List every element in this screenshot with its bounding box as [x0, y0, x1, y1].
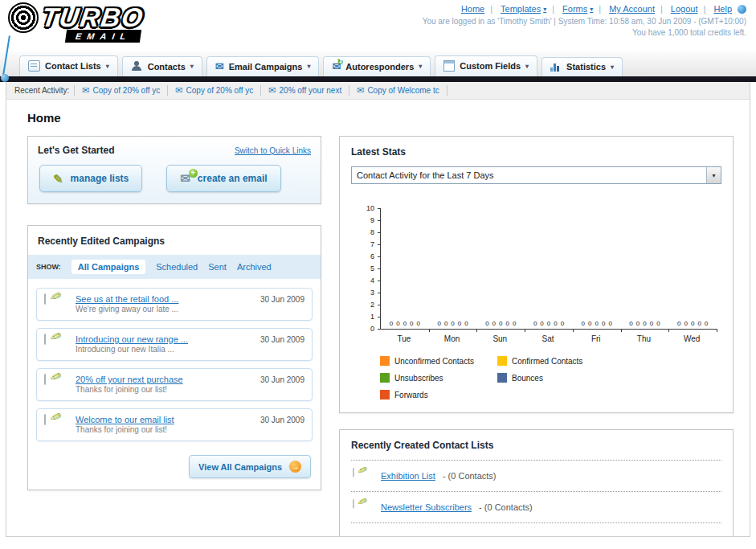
create-email-button[interactable]: ✉+ create an email	[166, 165, 280, 192]
campaign-title-link[interactable]: See us at the retail food ...	[76, 294, 253, 304]
bar-value-label: 0	[677, 320, 680, 327]
legend-label: Forwards	[394, 391, 428, 399]
x-axis-tick	[621, 329, 622, 332]
campaign-title-link[interactable]: Introducing our new range ...	[76, 334, 253, 344]
contact-list-count: - (0 Contacts)	[479, 502, 533, 512]
top-link-help[interactable]: Help	[698, 4, 732, 14]
get-started-title: Let's Get Started	[38, 145, 115, 156]
x-axis-tick	[476, 329, 477, 332]
chart-bar-group: 00000	[476, 320, 525, 329]
switch-quick-links-link[interactable]: Switch to Quick Links	[235, 146, 311, 155]
view-all-campaigns-label: View All Campaigns	[198, 462, 282, 472]
contact-list-link[interactable]: Exhibition List	[381, 471, 435, 481]
manage-lists-button[interactable]: ✎ manage lists	[39, 165, 142, 192]
bar-value-label: 0	[458, 320, 461, 327]
campaign-date: 30 Jun 2009	[260, 334, 304, 344]
x-axis-tick	[573, 329, 574, 332]
bar-value-label: 0	[602, 320, 605, 327]
tab-all-campaigns[interactable]: All Campaigns	[72, 260, 145, 274]
pencil-icon: ✎	[53, 173, 63, 185]
legend-item: Confirmed Contacts	[497, 356, 615, 366]
legend-swatch-unsubscribes	[380, 373, 390, 383]
recent-activity-item[interactable]: ✉20% off your next	[260, 85, 349, 96]
envelope-pencil-icon: ✎	[44, 334, 68, 352]
chart-bar-group: 00000	[621, 320, 669, 329]
campaign-subtitle: Thanks for joining our list!	[76, 385, 167, 394]
bar-value-label: 0	[403, 320, 407, 327]
nav-tab-statistics-label: Statistics	[566, 62, 606, 72]
app-logo: TURBO EMAIL	[8, 2, 144, 43]
top-link-forms[interactable]: Forms▾	[546, 4, 593, 14]
nav-tab-email-campaigns[interactable]: ✉ Email Campaigns ▾	[206, 56, 320, 76]
bar-value-label: 0	[595, 320, 599, 327]
legend-swatch-bounces	[497, 373, 507, 383]
x-axis-label: Sun	[476, 330, 524, 343]
bar-value-label: 0	[561, 320, 564, 327]
dropdown-selected-value: Contact Activity for the Last 7 Days	[352, 170, 706, 180]
campaign-date: 30 Jun 2009	[260, 375, 304, 384]
nav-divider-bar	[0, 76, 756, 82]
contact-lists-panel-title: Recently Created Contact Lists	[351, 440, 721, 451]
recent-activity-item[interactable]: ✉Copy of 20% off yc	[74, 85, 167, 96]
top-link-my-account[interactable]: My Account	[593, 4, 655, 14]
y-axis-tick-label: 10	[358, 204, 374, 212]
x-axis-tick	[668, 329, 669, 332]
campaign-title-link[interactable]: Welcome to our email list	[76, 415, 253, 424]
y-axis-tick-label: 4	[358, 277, 374, 285]
top-link-templates[interactable]: Templates▾	[484, 4, 546, 14]
page-title: Home	[27, 111, 734, 125]
y-axis-tick-label: 9	[358, 216, 374, 224]
nav-tab-statistics[interactable]: Statistics ▾	[541, 57, 623, 76]
bar-value-label: 0	[506, 320, 509, 327]
y-axis-tick-label: 3	[358, 289, 374, 297]
bar-value-label: 0	[390, 320, 393, 327]
y-axis-tick	[378, 293, 381, 293]
nav-tab-autoresponders[interactable]: ✉↻ Autoresponders ▾	[323, 56, 431, 76]
chevron-down-icon: ▾	[611, 64, 614, 71]
chevron-down-icon: ▾	[190, 63, 194, 70]
chart-bar-group: 00000	[429, 320, 477, 329]
nav-tab-custom-fields[interactable]: Custom Fields ▾	[435, 55, 537, 76]
contact-activity-dropdown[interactable]: Contact Activity for the Last 7 Days ▾	[351, 166, 721, 184]
recent-activity-item-label: Copy of Welcome tc	[367, 86, 439, 95]
bar-value-label: 0	[464, 320, 468, 327]
recent-activity-item-label: Copy of 20% off yc	[93, 86, 161, 95]
envelope-icon: ✉	[268, 86, 276, 95]
view-all-campaigns-button[interactable]: View All Campaigns →	[189, 455, 311, 478]
show-label: SHOW:	[36, 263, 61, 271]
top-link-home[interactable]: Home	[461, 4, 484, 14]
campaign-list-item: ✎ See us at the retail food ... We're gi…	[36, 288, 313, 321]
legend-swatch-forwards	[380, 390, 390, 399]
chart-plot-area: 00000000000000000000000000000000000 0123…	[380, 208, 717, 330]
campaign-subtitle: Thanks for joining our list!	[76, 425, 167, 434]
header-right: Home Templates▾ Forms▾ My Account Logout…	[423, 4, 746, 37]
tab-scheduled[interactable]: Scheduled	[156, 262, 198, 272]
campaign-title-link[interactable]: 20% off your next purchase	[76, 375, 253, 384]
contact-list-link[interactable]: Newsletter Subscribers	[381, 502, 472, 512]
nav-tab-contacts[interactable]: Contacts ▾	[122, 56, 202, 76]
recent-activity-item[interactable]: ✉Copy of Welcome tc	[349, 85, 447, 96]
arrow-right-icon: →	[289, 461, 301, 473]
logo-antenna-ball-icon	[1, 74, 9, 82]
tab-archived[interactable]: Archived	[237, 262, 272, 272]
y-axis-tick	[378, 329, 381, 330]
top-link-logout-label: Logout	[671, 4, 698, 14]
x-axis-label: Mon	[428, 330, 476, 343]
recent-activity-item[interactable]: ✉Copy of 20% off yc	[167, 85, 260, 96]
contact-lists-icon	[28, 60, 40, 72]
legend-item: Unconfirmed Contacts	[380, 356, 497, 366]
y-axis-tick-label: 6	[358, 252, 374, 260]
chevron-down-icon: ▾	[307, 63, 310, 70]
y-axis-tick	[378, 232, 381, 233]
campaigns-filter-tabs: SHOW: All Campaigns Scheduled Sent Archi…	[28, 255, 321, 279]
y-axis-tick-label: 0	[358, 325, 374, 333]
recently-created-contact-lists-panel: Recently Created Contact Lists ✎ Exhibit…	[339, 429, 734, 537]
nav-tab-custom-fields-label: Custom Fields	[460, 61, 521, 71]
top-link-logout[interactable]: Logout	[655, 4, 698, 14]
bar-value-label: 0	[485, 320, 488, 327]
logo-top: TURBO	[8, 2, 144, 33]
x-axis-tick	[717, 329, 717, 332]
y-axis-tick-label: 2	[358, 301, 374, 309]
tab-sent[interactable]: Sent	[208, 262, 227, 272]
nav-tab-contact-lists[interactable]: Contact Lists ▾	[19, 55, 118, 76]
